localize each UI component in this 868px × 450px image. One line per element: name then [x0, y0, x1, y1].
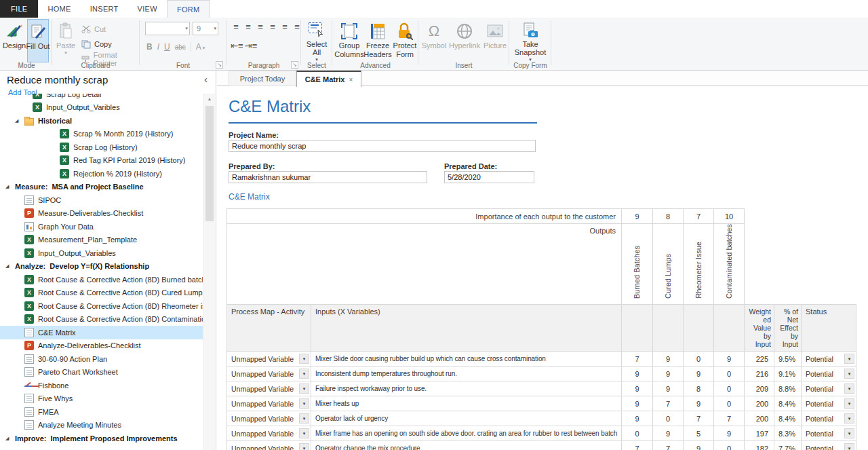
activity-dropdown[interactable]: Unmapped Variable▾ — [229, 383, 309, 394]
input-description-cell[interactable]: Mixer frame has an opening on south side… — [311, 426, 622, 441]
tree-item[interactable]: Rejection % 2019 (History) — [0, 167, 203, 181]
tree-item[interactable]: Analyze-Deliverables-Checklist — [0, 339, 203, 353]
dropdown-arrow-icon[interactable]: ▾ — [844, 428, 854, 438]
tab-project-today[interactable]: Project Today — [229, 71, 296, 86]
design-mode-button[interactable]: Design — [3, 19, 26, 62]
tree-item[interactable]: FMEA — [0, 405, 203, 419]
cut-button[interactable]: Cut — [80, 22, 106, 36]
importance-value-cell[interactable]: 7 — [684, 209, 714, 224]
dropdown-arrow-icon[interactable]: ▾ — [299, 369, 309, 379]
font-name-combobox[interactable]: ▾ — [145, 22, 190, 35]
rating-cell[interactable]: 7 — [714, 411, 745, 426]
copy-button[interactable]: Copy — [80, 37, 112, 51]
importance-value-cell[interactable]: 8 — [653, 209, 684, 224]
tree-item[interactable]: Root Cause & Corrective Action (8D) Burn… — [0, 273, 203, 286]
rating-cell[interactable]: 9 — [684, 441, 714, 450]
prepared-by-input[interactable] — [229, 171, 427, 183]
dropdown-arrow-icon[interactable]: ▾ — [844, 369, 854, 379]
tree-item[interactable]: Input_Output_Variables — [0, 246, 203, 260]
rating-cell[interactable]: 9 — [622, 367, 653, 381]
input-description-cell[interactable]: Operator lack of urgency — [311, 411, 622, 426]
dropdown-arrow-icon[interactable]: ▾ — [844, 443, 854, 450]
rating-cell[interactable]: 0 — [622, 426, 653, 441]
status-dropdown[interactable]: Potential▾ — [803, 368, 854, 379]
rating-cell[interactable]: 9 — [684, 367, 714, 381]
input-description-cell[interactable]: Failure inspect workaway prior to use. — [311, 381, 622, 396]
rating-cell[interactable]: 9 — [714, 426, 745, 441]
rating-cell[interactable]: 9 — [622, 411, 653, 426]
dropdown-arrow-icon[interactable]: ▾ — [844, 398, 854, 409]
output-column-header[interactable]: Rheometer Issue — [684, 224, 714, 305]
input-description-cell[interactable]: Operator change the mix procedure. — [311, 441, 622, 450]
rating-cell[interactable]: 0 — [714, 381, 745, 396]
tree-item[interactable]: Analyze Meeting Minutes — [0, 419, 203, 432]
rating-cell[interactable]: 7 — [653, 396, 684, 411]
align-right-icon[interactable]: ≡ — [279, 22, 290, 32]
dropdown-arrow-icon[interactable]: ▾ — [844, 354, 854, 364]
tab-file[interactable]: FILE — [0, 0, 38, 18]
rating-cell[interactable]: 8 — [684, 381, 714, 396]
align-left-icon[interactable]: ≡ — [255, 22, 266, 32]
dropdown-arrow-icon[interactable]: ▾ — [299, 354, 309, 364]
expand-arrow-icon[interactable]: ◢ — [5, 263, 15, 269]
tree-item[interactable]: Input_Output_Varibles — [0, 101, 203, 115]
tree-item[interactable]: ◢Improve: Implement Proposed Improvement… — [0, 432, 203, 445]
dropdown-arrow-icon[interactable]: ▾ — [299, 413, 309, 424]
dropdown-arrow-icon[interactable]: ▾ — [299, 383, 309, 394]
close-tab-icon[interactable]: × — [349, 76, 353, 83]
italic-button[interactable]: I — [157, 42, 159, 52]
output-column-header[interactable]: Cured Lumps — [653, 224, 684, 305]
dropdown-arrow-icon[interactable]: ▾ — [844, 413, 854, 424]
rating-cell[interactable]: 0 — [714, 396, 745, 411]
dropdown-arrow-icon[interactable]: ▾ — [299, 443, 309, 450]
scroll-up-arrow-icon[interactable]: ▲ — [204, 94, 215, 105]
tree-item[interactable]: ◢Measure: MSA and Project Baseline — [0, 181, 203, 194]
tab-insert[interactable]: INSERT — [81, 0, 128, 18]
rating-cell[interactable]: 7 — [684, 411, 714, 426]
tree-item[interactable]: Red Tag KPI Portal 2019 (History) — [0, 154, 203, 168]
rating-cell[interactable]: 9 — [684, 396, 714, 411]
rating-cell[interactable]: 9 — [653, 426, 684, 441]
input-description-cell[interactable]: Inconsistent dump temperatures throughou… — [311, 367, 622, 381]
fill-out-mode-button[interactable]: Fill Out — [27, 19, 49, 62]
prepared-date-input[interactable] — [444, 171, 534, 183]
picture-button[interactable]: Picture — [482, 19, 508, 62]
dropdown-arrow-icon[interactable]: ▾ — [299, 428, 309, 438]
output-column-header[interactable]: Contaminated batches — [714, 224, 745, 305]
tree-item[interactable]: Graph Your Data — [0, 220, 203, 233]
activity-dropdown[interactable]: Unmapped Variable▾ — [229, 368, 309, 379]
underline-button[interactable]: U — [164, 42, 170, 52]
tree-item[interactable]: Pareto Chart Worksheet — [0, 366, 203, 379]
font-size-combobox[interactable]: 9▾ — [193, 22, 218, 35]
align-center-icon[interactable]: ≡ — [267, 22, 278, 32]
sidebar-collapse-icon[interactable]: ‹ — [204, 73, 208, 85]
symbol-button[interactable]: Ω Symbol — [421, 19, 447, 62]
tree-item[interactable]: Measurement_Plan_Template — [0, 233, 203, 247]
tree-item[interactable]: Measure-Deliverables-Checklist — [0, 207, 203, 221]
tree-item[interactable]: Fishbone — [0, 379, 203, 392]
freeze-headers-button[interactable]: Freeze Headers — [363, 19, 392, 62]
tree-item[interactable]: Root Cause & Corrective Action (8D) Cure… — [0, 286, 203, 300]
status-dropdown[interactable]: Potential▾ — [803, 353, 854, 364]
tab-form[interactable]: FORM — [167, 0, 210, 18]
status-dropdown[interactable]: Potential▾ — [803, 428, 854, 439]
activity-dropdown[interactable]: Unmapped Variable▾ — [229, 353, 309, 364]
numbered-list-icon[interactable]: ≡ — [243, 22, 254, 32]
tab-view[interactable]: VIEW — [128, 0, 167, 18]
activity-dropdown[interactable]: Unmapped Variable▾ — [229, 428, 309, 439]
rating-cell[interactable]: 9 — [714, 352, 745, 367]
tree-item[interactable]: Five Whys — [0, 392, 203, 406]
rating-cell[interactable]: 7 — [622, 441, 653, 450]
take-snapshot-button[interactable]: Take Snapshot ▾ — [512, 19, 549, 62]
rating-cell[interactable]: 9 — [653, 352, 684, 367]
tree-item[interactable]: ◢Analyze: Develop Y=f(X) Relationship — [0, 260, 203, 274]
rating-cell[interactable]: 0 — [653, 411, 684, 426]
tree-item[interactable]: C&E Matrix — [0, 326, 203, 339]
dropdown-arrow-icon[interactable]: ▾ — [299, 398, 309, 409]
status-dropdown[interactable]: Potential▾ — [803, 383, 854, 394]
tree-item[interactable]: Scrap Log Detail — [0, 94, 203, 101]
paste-button[interactable]: Paste ▾ — [55, 19, 77, 62]
tree-item[interactable]: Root Cause & Corrective Action (8D) Cont… — [0, 313, 203, 326]
importance-value-cell[interactable]: 9 — [622, 209, 653, 224]
hyperlink-button[interactable]: Hyperlink — [447, 19, 482, 62]
